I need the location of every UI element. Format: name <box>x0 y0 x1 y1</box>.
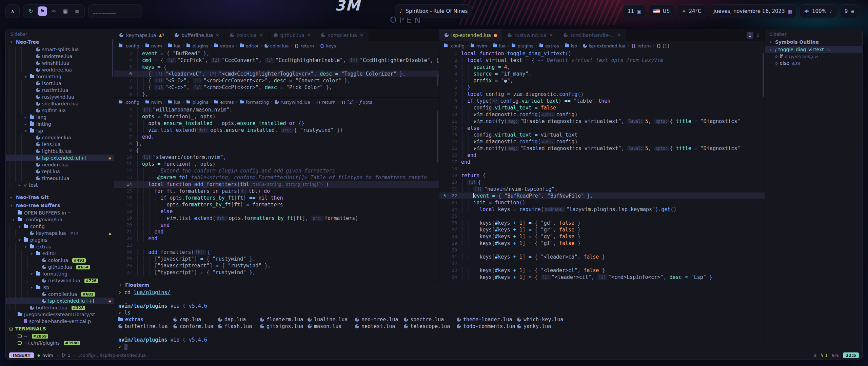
breadcrumb-item[interactable]: {}keys <box>320 43 336 48</box>
breadcrumb-item[interactable]: ƒopts <box>359 100 372 105</box>
buffer-item[interactable]: github.lua#654 <box>6 264 114 270</box>
tree-item[interactable]: rustfmt.lua <box>6 87 114 94</box>
tree-item[interactable]: sqlfmt.lua <box>6 107 114 114</box>
outline-item[interactable]: ◇ifif type(config.vi <box>765 53 862 60</box>
breadcrumb-item[interactable]: plugins <box>186 100 208 105</box>
terminal-file[interactable]: mason.lua <box>308 323 355 330</box>
tree-item[interactable]: lightbulb.lua <box>6 148 114 155</box>
flag-button[interactable]: ⚑ <box>38 6 47 16</box>
symbols-outline-header[interactable]: ▾ Symbols Outline <box>765 38 862 46</box>
code-line[interactable]: 7│ │ { [1]"<S-C>", [2]"<cmd>CccConvert<c… <box>114 77 439 84</box>
code-line[interactable]: 21│ │ [1]"neovim/nvim-lspconfig", <box>439 186 765 192</box>
tree-item[interactable]: ▾formatting <box>6 73 114 80</box>
chevron-down-icon[interactable]: ▾ <box>29 251 34 256</box>
code-line[interactable]: 23│ │ init = function() <box>439 199 765 206</box>
tabpage-1[interactable]: 1 <box>747 32 753 39</box>
code-line[interactable]: 13│ │ ---@param tbl table<string, confor… <box>114 174 439 181</box>
tab-bufferline-lua[interactable]: bufferline.lua× <box>170 29 225 41</box>
code-line[interactable]: 16│ end <box>439 152 765 159</box>
buffer-item[interactable]: compiler.lua#682 <box>6 291 114 298</box>
code-line[interactable]: 1local function toggle_diag_virtext() <box>439 50 765 57</box>
code-line[interactable]: 6│ │ { [1]"<leader>uC", [2]"<cmd>CccHigh… <box>114 70 439 77</box>
code-line[interactable]: 24│ │ add_formatters(tbl:{ <box>114 249 439 256</box>
tree-item[interactable]: ▸▽test <box>6 182 114 188</box>
tab-lsp-extended-lua[interactable]: lsp-extended.lua● <box>439 29 502 41</box>
buffer-item[interactable]: ▾editor <box>6 250 114 257</box>
floaterm-body[interactable]: › cd lua/plugins/nvim/lua/plugins via ☾ … <box>114 289 765 351</box>
breadcrumb-item[interactable]: lua <box>493 43 506 48</box>
breadcrumb-item[interactable]: .config <box>118 100 139 105</box>
code-line[interactable]: 8}, <box>114 140 439 147</box>
terminal-file[interactable]: cmp.lua <box>173 316 218 323</box>
tree-item[interactable]: smart-splits.lua <box>6 46 114 53</box>
terminal-file[interactable]: neotest.lua <box>355 323 404 330</box>
code-line[interactable]: 16│ │ │ │ if opts.formatters_by_ft[ft] =… <box>114 195 439 201</box>
code-area[interactable]: 3│ event = { "BufRead" },4│ cmd = { [1]"… <box>114 50 439 97</box>
breadcrumb-item[interactable]: {}[1] <box>656 43 669 48</box>
tree-item[interactable]: compiler.lua <box>6 134 114 141</box>
breadcrumb-item[interactable]: {}[2] <box>341 100 354 105</box>
code-line[interactable]: 4│ cmd = { [1]"CccPick", [2]"CccConvert"… <box>114 57 439 64</box>
terminals-header[interactable]: ⊞ TERMINALS <box>6 325 114 333</box>
tree-item[interactable]: neodim.lua <box>6 161 114 168</box>
breadcrumb-item[interactable]: plugins <box>511 43 533 48</box>
code-line[interactable]: 33│ │ │ keys[#keys + 1] = { "<leader>cl"… <box>439 267 765 274</box>
terminal-file[interactable]: spectre.lua <box>404 316 457 323</box>
tab-close-icon[interactable]: × <box>259 33 263 38</box>
sidebar-scrollbar-handle[interactable] <box>112 39 113 77</box>
terminal-file[interactable]: bufferline.lua <box>118 323 173 330</box>
buffer-item[interactable]: lsp-extended.lu [+]◆ <box>6 298 114 304</box>
scrollbar-handle[interactable] <box>437 74 438 86</box>
tab-github-lua[interactable]: github.lua× <box>269 29 316 41</box>
code-line[interactable]: 13│ │ config.virtual_text = virtual_text <box>439 131 765 138</box>
workspaces-widget[interactable]: 11 ▣ <box>623 4 646 18</box>
code-line[interactable]: 6│ │ vim.list_extend(dst:opts.ensure_ins… <box>114 127 439 134</box>
code-line[interactable]: 7│ end, <box>114 134 439 140</box>
scrollbar-handle[interactable] <box>437 111 438 162</box>
code-line[interactable]: 25 <box>439 213 765 220</box>
terminal-file[interactable]: telescope.lua <box>404 323 457 330</box>
code-line[interactable]: 5│ │ prefix = "●", <box>439 77 765 84</box>
tab-close-icon[interactable]: × <box>549 33 553 38</box>
terminal-file[interactable]: theme-loader.lua <box>457 316 517 323</box>
buffer-item[interactable]: scrollbar-handle-vertical.p <box>6 318 114 325</box>
keyboard-layout-widget[interactable]: US <box>649 4 674 18</box>
terminal-file[interactable]: yanky.lua <box>517 323 565 330</box>
code-line[interactable]: 31│ │ │ keys[#keys + 1] = { "<leader>ca"… <box>439 253 765 260</box>
tree-item[interactable]: undotree.lua <box>6 53 114 60</box>
code-line[interactable]: 20│ │ │ │ end <box>114 222 439 228</box>
code-line[interactable]: 15│ │ │ for ft, formatters in pairs(t:tb… <box>114 188 439 195</box>
code-line[interactable]: 10│ │ vim.diagnostic.config(opts:config) <box>439 111 765 118</box>
buffer-item[interactable]: ▾plugins <box>6 237 114 243</box>
chevron-down-icon[interactable]: ▾ <box>768 47 773 52</box>
neotree-section-header[interactable]: ▾ Neo-Tree <box>6 38 114 46</box>
tab-keymaps-lua[interactable]: keymaps.lua▲3 <box>114 29 170 41</box>
code-line[interactable]: 17end <box>439 159 765 165</box>
tree-item[interactable]: ▾lsp <box>6 127 114 134</box>
code-line[interactable]: 27│ │ │ keys[#keys + 1] = { "gr", false … <box>439 226 765 233</box>
link-button[interactable]: ∞ <box>49 6 59 16</box>
code-line[interactable]: 20│ [1]{ <box>439 179 765 186</box>
tree-item[interactable]: isort.lua <box>6 80 114 87</box>
tray-widget[interactable]: 9 ⊞ <box>840 4 859 18</box>
outline-item[interactable]: ◇elseelse <box>765 60 862 66</box>
code-line[interactable]: 6│ } <box>439 84 765 91</box>
code-line[interactable]: 18 <box>439 165 765 172</box>
breadcrumb-item[interactable]: lsp <box>565 43 577 48</box>
terminal-file[interactable]: lualine.lua <box>308 316 355 323</box>
code-line[interactable]: 15│ │ vim.notify(msg:"Enabled diagnostic… <box>439 145 765 152</box>
code-line[interactable]: 26│ │ │ ["javascriptreact"] = { "rustywi… <box>114 262 439 269</box>
weather-widget[interactable]: ☀ 24°C <box>677 4 706 18</box>
code-line[interactable]: 8│ │ { [1]"<C-c>", [2]"<cmd>CccPick<cr>"… <box>114 84 439 91</box>
launcher-button[interactable]: ∧ <box>5 4 20 18</box>
breadcrumb-item[interactable]: color.lua <box>264 43 289 48</box>
breadcrumb-item[interactable]: lua <box>168 43 181 48</box>
breadcrumb-item[interactable]: {}return <box>631 43 651 48</box>
scrollbar-handle[interactable] <box>763 53 764 97</box>
code-line[interactable]: 22│ │ end <box>114 235 439 242</box>
code-line[interactable]: 23 <box>114 242 439 249</box>
tab-close-icon[interactable]: × <box>360 33 363 38</box>
code-line[interactable]: 10│ [1]"stevearc/conform.nvim", <box>114 154 439 161</box>
terminal-file[interactable]: todo-comments.lua <box>457 323 517 330</box>
floaterm-header[interactable]: ▾ Floaterm <box>114 281 765 289</box>
